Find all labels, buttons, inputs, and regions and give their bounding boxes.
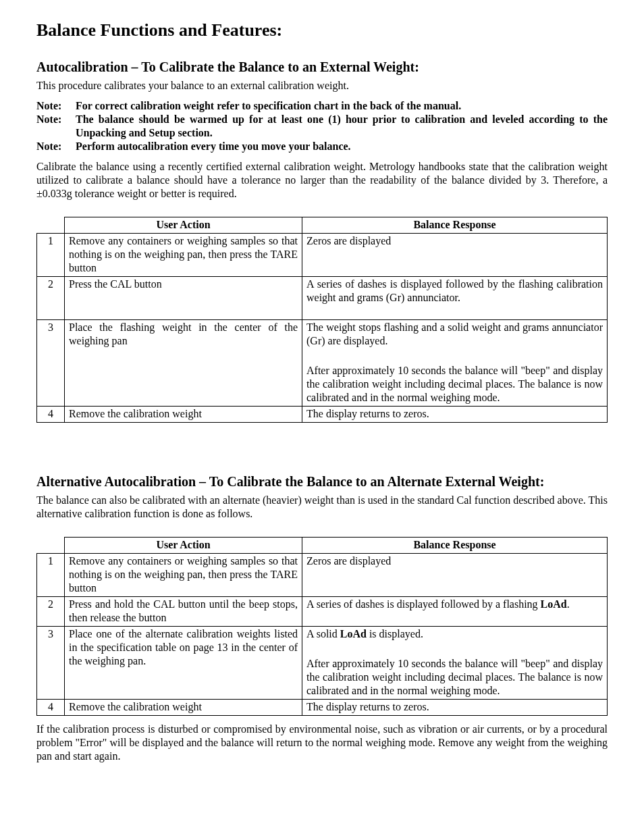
row-number: 2 — [37, 277, 65, 320]
section2-closing: If the calibration process is disturbed … — [36, 723, 608, 763]
row-action: Press and hold the CAL button until the … — [65, 597, 302, 627]
row-action: Remove the calibration weight — [65, 407, 302, 423]
row-number: 3 — [37, 320, 65, 407]
row-number: 2 — [37, 597, 65, 627]
table-row: 1 Remove any containers or weighing samp… — [37, 234, 608, 277]
row-response: The weight stops flashing and a solid we… — [302, 320, 608, 407]
row-response-p2: After approximately 10 seconds the balan… — [306, 364, 603, 405]
row-number: 1 — [37, 234, 65, 277]
row-response: A series of dashes is displayed followed… — [302, 277, 608, 320]
note-text: The balance should be warmed up for at l… — [76, 113, 608, 140]
table-row: 2 Press and hold the CAL button until th… — [37, 597, 608, 627]
section1-table: User Action Balance Response 1 Remove an… — [36, 217, 608, 423]
note-label: Note: — [36, 99, 76, 113]
section1-paragraph: Calibrate the balance using a recently c… — [36, 160, 608, 201]
table-header-blank — [37, 538, 65, 554]
section1-heading: Autocalibration – To Calibrate the Balan… — [36, 59, 608, 75]
section2-heading: Alternative Autocalibration – To Calibra… — [36, 474, 608, 490]
table-row: 1 Remove any containers or weighing samp… — [37, 554, 608, 597]
note-row: Note: For correct calibration weight ref… — [36, 99, 608, 113]
table-header-row: User Action Balance Response — [37, 217, 608, 234]
note-text: Perform autocalibration every time you m… — [76, 140, 608, 153]
row-response-p1: A solid LoAd is displayed. — [306, 627, 603, 641]
page-title: Balance Functions and Features: — [36, 20, 608, 41]
note-row: Note: The balance should be warmed up fo… — [36, 113, 608, 140]
section2-intro: The balance can also be calibrated with … — [36, 494, 608, 521]
row-number: 4 — [37, 407, 65, 423]
row-response-p1: The weight stops flashing and a solid we… — [306, 321, 603, 348]
table-row: 3 Place one of the alternate calibration… — [37, 627, 608, 700]
row-response: A solid LoAd is displayed. After approxi… — [302, 627, 608, 700]
row-response: A series of dashes is displayed followed… — [302, 597, 608, 627]
row-response: Zeros are displayed — [302, 554, 608, 597]
table-header-action: User Action — [65, 217, 302, 234]
table-header-blank — [37, 217, 65, 234]
note-label: Note: — [36, 140, 76, 153]
table-row: 4 Remove the calibration weight The disp… — [37, 700, 608, 716]
table-row: 4 Remove the calibration weight The disp… — [37, 407, 608, 423]
bold-load: LoAd — [340, 628, 367, 640]
section1-intro: This procedure calibrates your balance t… — [36, 79, 608, 93]
row-response: The display returns to zeros. — [302, 700, 608, 716]
row-number: 3 — [37, 627, 65, 700]
table-row: 2 Press the CAL button A series of dashe… — [37, 277, 608, 320]
section2-table: User Action Balance Response 1 Remove an… — [36, 537, 608, 716]
note-label: Note: — [36, 113, 76, 140]
row-response-p2: After approximately 10 seconds the balan… — [306, 657, 603, 698]
section1-notes: Note: For correct calibration weight ref… — [36, 99, 608, 153]
row-action: Remove any containers or weighing sample… — [65, 554, 302, 597]
table-row: 3 Place the flashing weight in the cente… — [37, 320, 608, 407]
row-action: Remove any containers or weighing sample… — [65, 234, 302, 277]
note-text: For correct calibration weight refer to … — [76, 99, 608, 113]
row-action: Remove the calibration weight — [65, 700, 302, 716]
row-action: Place the flashing weight in the center … — [65, 320, 302, 407]
row-action: Press the CAL button — [65, 277, 302, 320]
table-header-response: Balance Response — [302, 217, 608, 234]
note-row: Note: Perform autocalibration every time… — [36, 140, 608, 153]
row-number: 1 — [37, 554, 65, 597]
table-header-row: User Action Balance Response — [37, 538, 608, 554]
row-number: 4 — [37, 700, 65, 716]
bold-load: LoAd — [541, 598, 567, 610]
table-header-response: Balance Response — [302, 538, 608, 554]
row-response: The display returns to zeros. — [302, 407, 608, 423]
row-action: Place one of the alternate calibration w… — [65, 627, 302, 700]
table-header-action: User Action — [65, 538, 302, 554]
row-response: Zeros are displayed — [302, 234, 608, 277]
